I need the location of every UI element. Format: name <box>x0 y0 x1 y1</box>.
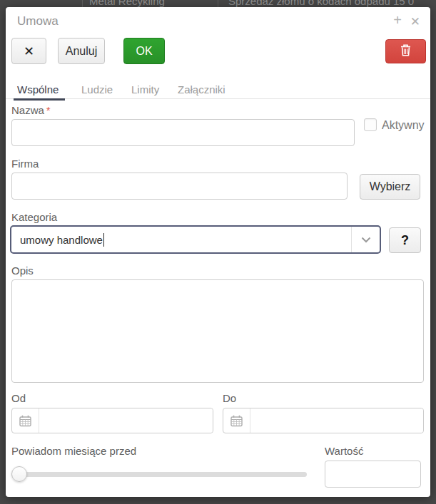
dialog-title: Umowa <box>17 14 59 29</box>
kategoria-combobox[interactable]: umowy handlowe <box>10 225 381 254</box>
wartosc-input[interactable] <box>325 461 421 488</box>
kategoria-value: umowy handlowe <box>11 234 103 246</box>
do-input[interactable] <box>250 408 423 433</box>
od-input[interactable] <box>39 408 213 433</box>
calendar-icon[interactable] <box>223 408 250 433</box>
od-date-field <box>11 408 213 433</box>
background-table: Metal Recykling Sprzedaż złomu o kodach … <box>0 0 436 7</box>
powiadom-label: Powiadom miesiące przed <box>11 445 136 457</box>
tab-limity[interactable]: Limity <box>131 79 159 99</box>
screen: Metal Recykling Sprzedaż złomu o kodach … <box>0 0 436 504</box>
ok-button[interactable]: OK <box>123 38 165 64</box>
tab-bar: Wspólne Ludzie Limity Załączniki <box>6 79 430 99</box>
slider-handle[interactable] <box>11 466 27 482</box>
firma-input[interactable] <box>11 173 348 200</box>
notify-months-slider[interactable] <box>11 472 307 477</box>
wybierz-button[interactable]: Wybierz <box>360 174 420 200</box>
aktywny-checkbox[interactable] <box>364 118 377 131</box>
opis-textarea[interactable] <box>11 279 424 383</box>
od-label: Od <box>11 392 26 404</box>
background-column-divider <box>82 0 83 7</box>
chevron-down-icon[interactable] <box>351 227 380 252</box>
background-cell: Sprzedaż złomu o kodach odpadu 15 0 <box>228 0 414 7</box>
aktywny-label: Aktywny <box>382 119 425 132</box>
close-button[interactable]: ✕ <box>11 38 46 64</box>
umowa-dialog: Umowa + ✕ ✕ Anuluj OK Wspólne Ludzie Lim… <box>6 7 430 497</box>
tab-wspolne[interactable]: Wspólne <box>17 79 59 99</box>
text-cursor <box>103 233 104 247</box>
help-button[interactable]: ? <box>389 227 421 253</box>
tab-ludzie[interactable]: Ludzie <box>81 79 113 99</box>
background-cell: Metal Recykling <box>89 0 165 7</box>
wartosc-label: Wartość <box>325 445 363 457</box>
do-date-field <box>223 408 424 433</box>
nazwa-input[interactable] <box>11 119 355 146</box>
window-close-icon[interactable]: ✕ <box>410 14 420 31</box>
calendar-icon[interactable] <box>12 408 39 433</box>
delete-button[interactable] <box>385 39 426 63</box>
kategoria-label: Kategoria <box>11 211 57 223</box>
tab-zalaczniki[interactable]: Załączniki <box>178 79 225 99</box>
firma-label: Firma <box>11 158 39 170</box>
required-asterisk: * <box>46 104 51 116</box>
nazwa-label: Nazwa* <box>11 104 51 116</box>
trash-icon <box>400 44 411 59</box>
cancel-button[interactable]: Anuluj <box>58 38 105 64</box>
do-label: Do <box>223 392 236 404</box>
opis-label: Opis <box>11 264 34 277</box>
maximize-icon[interactable]: + <box>393 11 402 29</box>
background-column-divider <box>218 0 218 7</box>
